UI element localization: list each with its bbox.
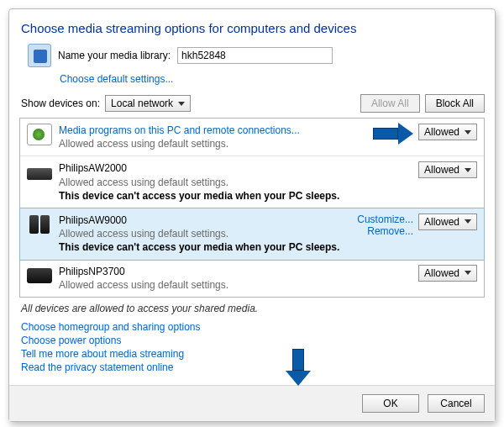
permission-dropdown[interactable]: Allowed (418, 161, 477, 178)
device-sleep-warning: This device can't access your media when… (59, 189, 412, 203)
media-program-icon (27, 124, 52, 145)
library-icon (28, 44, 51, 67)
remove-link[interactable]: Remove... (357, 225, 413, 237)
device-name: PhilipsNP3700 (59, 265, 412, 278)
printer-device-icon (27, 268, 52, 283)
library-name-input[interactable] (177, 47, 333, 64)
media-streaming-dialog: Choose media streaming options for compu… (8, 8, 496, 422)
show-devices-label: Show devices on: (21, 98, 100, 109)
homegroup-link[interactable]: Choose homegroup and sharing options (21, 321, 483, 333)
speaker-device-icon (27, 214, 52, 235)
permission-dropdown[interactable]: Allowed (418, 214, 477, 230)
chevron-down-icon (465, 271, 471, 275)
chevron-down-icon (465, 130, 471, 134)
scope-dropdown[interactable]: Local network (105, 95, 191, 112)
device-sleep-warning: This device can't access your media when… (59, 240, 350, 254)
page-title: Choose media streaming options for compu… (21, 21, 485, 35)
device-status: Allowed access using default settings. (59, 227, 350, 240)
ok-button[interactable]: OK (362, 394, 419, 413)
chevron-down-icon (465, 219, 471, 224)
block-all-button[interactable]: Block All (425, 94, 485, 113)
device-name: PhilipsAW2000 (59, 161, 412, 175)
arrow-right-icon (373, 124, 413, 144)
customize-link[interactable]: Customize... (357, 214, 413, 225)
chevron-down-icon (178, 102, 185, 106)
device-row: PhilipsNP3700 Allowed access using defau… (20, 260, 484, 297)
device-name-link[interactable]: Media programs on this PC and remote con… (59, 124, 366, 137)
permission-dropdown[interactable]: Allowed (418, 265, 477, 282)
device-status: Allowed access using default settings. (59, 176, 412, 189)
chevron-down-icon (465, 168, 471, 172)
privacy-link[interactable]: Read the privacy statement online (21, 361, 483, 373)
scope-value: Local network (111, 98, 173, 109)
help-links: Choose homegroup and sharing options Cho… (21, 321, 483, 373)
dialog-button-bar: OK Cancel (9, 385, 495, 421)
device-list: Media programs on this PC and remote con… (19, 118, 485, 298)
speaker-device-icon (27, 168, 52, 180)
arrow-down-icon (286, 349, 310, 384)
allow-all-button[interactable]: Allow All (360, 94, 420, 113)
power-options-link[interactable]: Choose power options (21, 335, 483, 346)
library-label: Name your media library: (58, 50, 171, 61)
more-info-link[interactable]: Tell me more about media streaming (21, 348, 483, 360)
device-status: Allowed access using default settings. (59, 278, 412, 292)
device-row: Media programs on this PC and remote con… (20, 119, 484, 156)
permission-dropdown[interactable]: Allowed (418, 124, 477, 140)
device-status: Allowed access using default settings. (59, 137, 366, 150)
footer-note: All devices are allowed to access your s… (21, 303, 483, 314)
device-row: PhilipsAW2000 Allowed access using defau… (20, 156, 484, 208)
device-row-selected[interactable]: PhilipsAW9000 Allowed access using defau… (19, 208, 485, 261)
show-devices-row: Show devices on: Local network Allow All… (21, 94, 485, 113)
cancel-button[interactable]: Cancel (428, 394, 485, 413)
library-row: Name your media library: (28, 44, 485, 67)
choose-default-settings-link[interactable]: Choose default settings... (60, 73, 173, 85)
device-name: PhilipsAW9000 (59, 214, 350, 227)
